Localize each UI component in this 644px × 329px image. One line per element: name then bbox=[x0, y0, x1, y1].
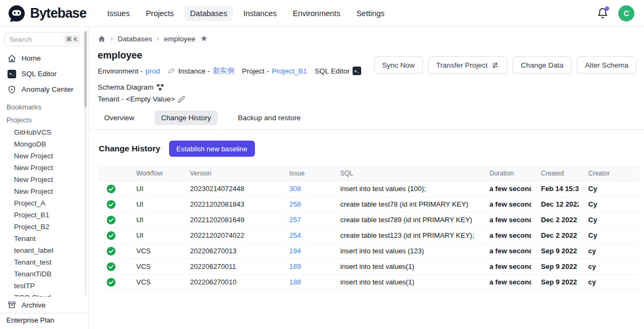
instance-meta: Instance - 新实例 bbox=[167, 66, 235, 76]
top-nav-item[interactable]: Issues bbox=[101, 6, 136, 21]
sql-editor-shortcut[interactable]: SQL Editor >_ bbox=[314, 67, 361, 75]
sidebar-scrollbar-thumb[interactable] bbox=[84, 31, 87, 107]
creator-cell: Cy bbox=[579, 212, 640, 228]
breadcrumb-separator: › bbox=[157, 35, 159, 42]
sidebar-item-label: SQL Editor bbox=[21, 70, 57, 78]
sidebar-item-archive[interactable]: Archive bbox=[0, 297, 89, 313]
sidebar-project-item[interactable]: Project_B2 bbox=[0, 221, 89, 232]
issue-link[interactable]: 189 bbox=[289, 262, 301, 270]
issue-link[interactable]: 254 bbox=[289, 231, 301, 239]
bookmarks-section-label: Bookmarks bbox=[0, 100, 89, 113]
table-row[interactable]: VCS 202206270010 188 insert into test va… bbox=[99, 274, 640, 290]
bytebase-logo[interactable]: Bytebase bbox=[8, 4, 86, 23]
tab-change-history[interactable]: Change History bbox=[155, 111, 217, 125]
environment-link[interactable]: prod bbox=[145, 67, 160, 75]
search-input[interactable]: Search ⌘ K bbox=[4, 32, 83, 46]
table-row[interactable]: VCS 202206270013 194 insert into test va… bbox=[99, 243, 640, 259]
table-row[interactable]: UI 20230214072448 308 insert into test v… bbox=[99, 181, 640, 196]
col-creator: Creator bbox=[579, 166, 640, 181]
success-check-icon bbox=[106, 200, 127, 209]
workflow-cell: UI bbox=[127, 228, 180, 243]
top-nav-item[interactable]: Environments bbox=[287, 6, 347, 21]
database-meta-row-1: Environment - prod Instance - 新实例 Projec… bbox=[98, 66, 409, 91]
tab-overview[interactable]: Overview bbox=[98, 111, 141, 125]
sidebar-project-item[interactable]: Tenant_test bbox=[0, 256, 89, 268]
table-row[interactable]: UI 20221202081649 257 create table test7… bbox=[99, 212, 640, 228]
project-label: Project - bbox=[242, 67, 269, 75]
schema-diagram-shortcut[interactable]: Schema Diagram bbox=[98, 83, 164, 91]
created-cell: Dec 2 2022 bbox=[531, 212, 579, 228]
sidebar-project-item[interactable]: New Project bbox=[0, 150, 89, 162]
sidebar-item-home[interactable]: Home bbox=[0, 50, 89, 66]
sidebar-project-item[interactable]: New Project bbox=[0, 162, 89, 173]
project-list: GitHubVCSMongoDBNew ProjectNew ProjectNe… bbox=[0, 126, 89, 303]
table-header-row: Workflow Version Issue SQL Duration Crea… bbox=[99, 166, 640, 181]
edit-pencil-icon[interactable] bbox=[178, 96, 185, 103]
notification-dot bbox=[605, 6, 609, 11]
breadcrumb-separator: › bbox=[111, 35, 113, 42]
bookmark-star-icon[interactable]: ★ bbox=[200, 34, 208, 43]
breadcrumb-current: employee bbox=[164, 35, 196, 43]
sidebar-project-item[interactable]: TenantTiDB bbox=[0, 268, 89, 280]
section-title: Change History bbox=[99, 144, 160, 153]
table-row[interactable]: UI 20221202081843 258 create table test7… bbox=[99, 196, 640, 212]
issue-link[interactable]: 258 bbox=[289, 200, 301, 208]
table-row[interactable]: UI 20221202074022 254 create table test1… bbox=[99, 228, 640, 243]
sidebar: Search ⌘ K Home >_ SQL Editor Anomaly Ce… bbox=[0, 27, 89, 329]
success-check-icon bbox=[106, 277, 127, 287]
top-nav-item[interactable]: Instances bbox=[237, 6, 282, 21]
project-link[interactable]: Project_B1 bbox=[272, 67, 307, 75]
sync-now-button[interactable]: Sync Now bbox=[374, 56, 423, 74]
creator-cell: Cy bbox=[579, 196, 640, 212]
button-label: Alter Schema bbox=[585, 61, 628, 69]
establish-baseline-button[interactable]: Establish new baseline bbox=[169, 141, 255, 157]
sql-cell: insert into test values(1) bbox=[331, 274, 480, 290]
sidebar-item-anomaly-center[interactable]: Anomaly Center bbox=[0, 82, 89, 97]
issue-link[interactable]: 194 bbox=[289, 247, 301, 255]
sidebar-project-item[interactable]: Project_B1 bbox=[0, 209, 89, 221]
top-nav-item[interactable]: Databases bbox=[184, 6, 233, 21]
terminal-icon: >_ bbox=[353, 67, 361, 75]
sql-cell: insert into test values (100); bbox=[331, 181, 480, 196]
database-tabs: Overview Change History Backup and resto… bbox=[98, 111, 636, 125]
alter-schema-button[interactable]: Alter Schema bbox=[577, 56, 636, 74]
breadcrumb-home-icon[interactable] bbox=[98, 35, 106, 43]
sidebar-project-item[interactable]: testTP bbox=[0, 280, 89, 291]
top-nav-item[interactable]: Settings bbox=[350, 6, 390, 21]
page-actions: Sync Now Transfer Project Change Data Al… bbox=[374, 56, 636, 74]
creator-cell: Cy bbox=[579, 181, 640, 196]
duration-cell: a few seconds bbox=[480, 212, 531, 228]
sidebar-project-item[interactable]: tenant_label bbox=[0, 244, 89, 256]
sidebar-project-item[interactable]: MongoDB bbox=[0, 138, 89, 150]
creator-cell: Cy bbox=[579, 228, 640, 243]
sidebar-project-item[interactable]: New Project bbox=[0, 173, 89, 185]
duration-cell: a few seconds bbox=[480, 181, 531, 196]
sidebar-project-item[interactable]: New Project bbox=[0, 185, 89, 197]
issue-link[interactable]: 308 bbox=[289, 185, 301, 193]
col-created: Created bbox=[531, 166, 579, 181]
issue-link[interactable]: 188 bbox=[289, 278, 301, 286]
col-workflow: Workflow bbox=[127, 166, 180, 181]
notification-bell-icon[interactable] bbox=[597, 8, 609, 19]
user-avatar[interactable]: C bbox=[618, 5, 634, 21]
col-version: Version bbox=[180, 166, 280, 181]
home-icon bbox=[8, 54, 16, 63]
instance-link[interactable]: 新实例 bbox=[213, 66, 235, 76]
sidebar-item-sql-editor[interactable]: >_ SQL Editor bbox=[0, 66, 89, 82]
sidebar-project-item[interactable]: Tenant bbox=[0, 232, 89, 244]
version-cell: 202206270011 bbox=[180, 259, 280, 274]
breadcrumb-databases[interactable]: Databases bbox=[118, 35, 152, 43]
issue-link[interactable]: 257 bbox=[289, 216, 301, 224]
bytebase-logo-icon bbox=[8, 4, 26, 23]
sidebar-item-label: Anomaly Center bbox=[21, 85, 74, 93]
terminal-icon: >_ bbox=[8, 70, 16, 78]
sidebar-project-item[interactable]: GitHubVCS bbox=[0, 126, 89, 138]
change-data-button[interactable]: Change Data bbox=[513, 56, 572, 74]
table-row[interactable]: VCS 202206270011 189 insert into test va… bbox=[99, 259, 640, 274]
sidebar-project-item[interactable]: Project_A bbox=[0, 197, 89, 209]
top-nav-item[interactable]: Projects bbox=[140, 6, 180, 21]
sql-cell: create table test789 (id int PRIMARY KEY… bbox=[331, 212, 480, 228]
tab-backup-and-restore[interactable]: Backup and restore bbox=[231, 111, 307, 125]
transfer-project-button[interactable]: Transfer Project bbox=[428, 56, 508, 74]
top-nav: Bytebase IssuesProjectsDatabasesInstance… bbox=[0, 0, 644, 27]
